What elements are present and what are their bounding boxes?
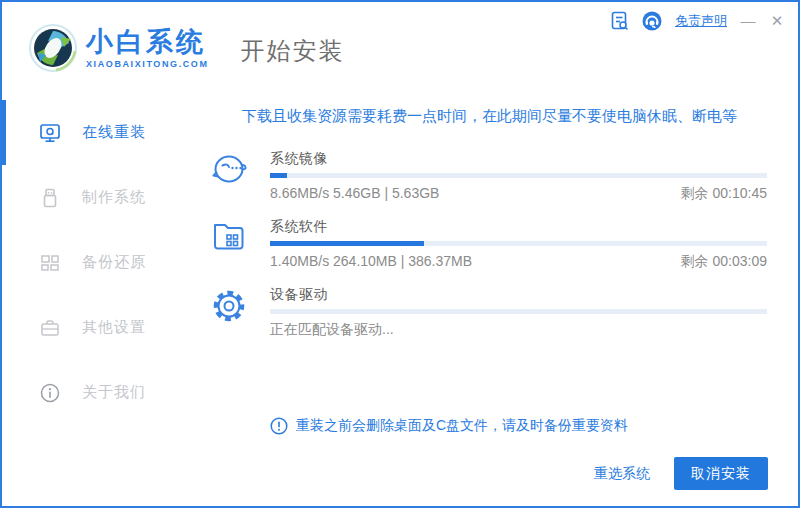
progress-bar [270,241,767,246]
sidebar-item-about-us[interactable]: 关于我们 [2,360,200,425]
task-row-system-image: 系统镜像 8.66MB/s 5.46GB | 5.63GB 剩余 00:10:4… [202,150,798,203]
log-document-icon[interactable] [611,11,629,31]
task-title: 系统镜像 [270,150,767,168]
task-speed-stats: 8.66MB/s 5.46GB | 5.63GB [270,185,439,203]
task-speed-stats: 1.40MB/s 264.10MB | 386.37MB [270,253,472,271]
main-content: 下载且收集资源需要耗费一点时间，在此期间尽量不要使电脑休眠、断电等 系统镜像 [202,94,798,506]
info-icon [39,382,61,404]
logo-title: 小白系统 [86,28,209,56]
reselect-system-button[interactable]: 重选系统 [594,465,650,483]
support-headset-icon[interactable] [642,11,662,31]
sidebar-item-label: 制作系统 [82,188,146,207]
sidebar-item-label: 关于我们 [82,383,146,402]
progress-bar [270,309,767,314]
close-button[interactable]: ✕ [769,12,785,30]
sidebar-item-online-reinstall[interactable]: 在线重装 [2,100,200,165]
task-body: 系统镜像 8.66MB/s 5.46GB | 5.63GB 剩余 00:10:4… [270,150,767,203]
app-folder-icon [211,218,251,256]
progress-bar-fill [270,241,424,246]
task-stats-row: 8.66MB/s 5.46GB | 5.63GB 剩余 00:10:45 [270,185,767,203]
progress-bar [270,173,767,178]
footer-actions: 重选系统 取消安装 [594,457,768,490]
cancel-install-button[interactable]: 取消安装 [674,457,768,490]
download-notice: 下载且收集资源需要耗费一点时间，在此期间尽量不要使电脑休眠、断电等 [210,107,769,126]
header: 小白系统 XIAOBAIXITONG.COM 开始安装 免责声明 — ✕ [2,2,798,94]
disclaimer-link[interactable]: 免责声明 [675,12,727,30]
gear-icon [211,286,251,328]
sidebar-item-other-settings[interactable]: 其他设置 [2,295,200,360]
sidebar-item-label: 备份还原 [82,253,146,272]
task-status-text: 正在匹配设备驱动... [270,321,394,339]
logo-text: 小白系统 XIAOBAIXITONG.COM [86,28,209,69]
logo-subtitle: XIAOBAIXITONG.COM [86,59,209,69]
minimize-button[interactable]: — [740,12,756,30]
sidebar-item-label: 其他设置 [82,318,146,337]
backup-warning-text: 重装之前会删除桌面及C盘文件，请及时备份重要资料 [296,417,628,435]
window-controls: 免责声明 — ✕ [611,11,785,31]
task-stats-row: 1.40MB/s 264.10MB | 386.37MB 剩余 00:03:09 [270,253,767,271]
task-remaining-time: 剩余 00:10:45 [681,185,767,203]
task-row-device-driver: 设备驱动 正在匹配设备驱动... [202,286,798,339]
sidebar: 在线重装 制作系统 备份还原 [2,94,200,506]
sidebar-item-label: 在线重装 [82,123,146,142]
briefcase-icon [39,317,61,339]
backup-warning: 重装之前会删除桌面及C盘文件，请及时备份重要资料 [270,417,798,435]
sidebar-item-backup-restore[interactable]: 备份还原 [2,230,200,295]
usb-icon [39,187,61,209]
task-list: 系统镜像 8.66MB/s 5.46GB | 5.63GB 剩余 00:10:4… [202,150,798,339]
task-body: 设备驱动 正在匹配设备驱动... [270,286,767,339]
task-row-system-software: 系统软件 1.40MB/s 264.10MB | 386.37MB 剩余 00:… [202,218,798,271]
monitor-icon [39,122,61,144]
app-logo-icon [28,23,78,73]
mascot-face-icon [211,150,251,191]
page-title: 开始安装 [241,35,345,67]
task-stats-row: 正在匹配设备驱动... [270,321,767,339]
app-logo: 小白系统 XIAOBAIXITONG.COM [28,23,209,73]
backup-grid-icon [39,252,61,274]
task-title: 设备驱动 [270,286,767,304]
task-body: 系统软件 1.40MB/s 264.10MB | 386.37MB 剩余 00:… [270,218,767,271]
progress-bar-fill [270,173,287,178]
sidebar-item-make-system[interactable]: 制作系统 [2,165,200,230]
task-remaining-time: 剩余 00:03:09 [681,253,767,271]
exclamation-circle-icon [270,417,288,435]
task-title: 系统软件 [270,218,767,236]
